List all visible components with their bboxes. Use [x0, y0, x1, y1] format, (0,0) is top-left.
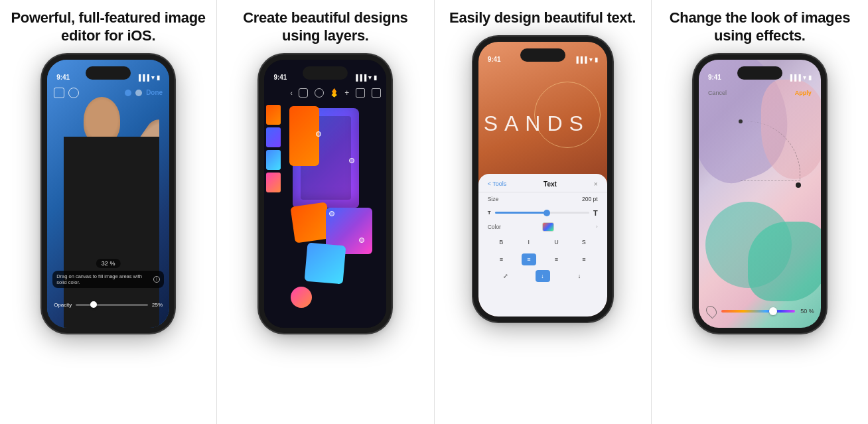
wifi-icon-2: ▾ [368, 74, 372, 81]
panel4-phone: 9:41 ▐▐▐ ▾ ▮ Cancel Apply [693, 54, 826, 333]
download-icon[interactable]: ↓ [536, 270, 550, 282]
effects-slider-track[interactable] [721, 310, 795, 313]
panel2-phone: 9:41 ▐▐▐ ▾ ▮ ‹ + [259, 54, 392, 333]
layer-thumb-3[interactable] [266, 150, 281, 170]
apply-button[interactable]: Apply [795, 90, 812, 96]
export-icon[interactable]: ↓ [572, 270, 587, 282]
hint-label: Drag on canvas to fill image areas with … [56, 273, 151, 285]
opacity-label: Opacity [54, 302, 72, 308]
layer-thumb-2[interactable] [266, 127, 281, 147]
effects-percent: 50 % [800, 308, 814, 315]
grid-icon[interactable] [54, 88, 64, 98]
hint-info-icon: i [153, 276, 160, 283]
droplet-icon [704, 303, 719, 318]
expand-icon[interactable]: ⤢ [498, 270, 513, 282]
layer-thumb-4[interactable] [266, 173, 281, 192]
slider-thumb[interactable] [543, 210, 550, 216]
letter-s-orange [289, 106, 319, 166]
panel3-phone: 9:41 ▐▐▐ ▾ ▮ SANDS < Tools Text [473, 36, 613, 322]
panel3-screen: 9:41 ▐▐▐ ▾ ▮ SANDS < Tools Text [478, 42, 607, 317]
size-slider-track[interactable] [495, 212, 589, 214]
add-icon[interactable]: + [344, 88, 349, 98]
grid-icon-2[interactable] [299, 88, 308, 98]
color-dot-blue[interactable] [125, 90, 131, 96]
text-options-panel: < Tools Text × Size 200 pt T [478, 174, 607, 317]
person-container [64, 84, 159, 328]
effects-slider-thumb[interactable] [769, 307, 777, 315]
align-left-button[interactable]: ≡ [494, 253, 508, 265]
status-icons-3: ▐▐▐ ▾ ▮ [574, 56, 597, 63]
battery-icon-2: ▮ [374, 74, 377, 81]
battery-icon-4: ▮ [808, 74, 812, 81]
shape-blue [305, 242, 346, 284]
panel2-title: Create beautiful designs using layers. [224, 9, 427, 45]
italic-button[interactable]: I [522, 236, 536, 248]
close-button[interactable]: × [594, 180, 598, 188]
phone-notch-2 [303, 66, 348, 80]
layers-icon[interactable] [356, 88, 365, 98]
panel2-phone-wrapper: 9:41 ▐▐▐ ▾ ▮ ‹ + [252, 54, 398, 424]
control-point-2[interactable] [796, 182, 801, 188]
back-button[interactable]: < Tools [488, 180, 507, 187]
effects-slider-row: 50 % [699, 295, 821, 328]
panel1-title: Powerful, full-featured image editor for… [7, 9, 210, 45]
opacity-thumb[interactable] [90, 301, 97, 308]
align-center-button[interactable]: ≡ [522, 253, 536, 265]
align-right-button[interactable]: ≡ [549, 253, 563, 265]
opacity-percent: 25% [152, 302, 163, 308]
opacity-track[interactable] [76, 304, 148, 306]
size-value: 200 pt [582, 196, 598, 202]
status-icons-4: ▐▐▐ ▾ ▮ [788, 74, 812, 81]
opacity-badge: 32 % [96, 259, 121, 268]
cancel-button[interactable]: Cancel [708, 90, 727, 96]
format-row: B I U S [478, 234, 607, 251]
screen3-bg: 9:41 ▐▐▐ ▾ ▮ SANDS < Tools Text [478, 42, 607, 317]
bold-button[interactable]: B [494, 236, 508, 248]
battery-icon-3: ▮ [595, 56, 598, 63]
color-swatch[interactable] [542, 222, 554, 232]
color-row: Color › [478, 220, 607, 234]
chevron-icon: › [596, 224, 598, 230]
teal-shape [748, 222, 821, 301]
align-justify-button[interactable]: ≡ [577, 253, 591, 265]
size-small-t: T [488, 210, 491, 216]
hint-text: Drag on canvas to fill image areas with … [52, 271, 164, 288]
strikethrough-button[interactable]: S [577, 236, 591, 248]
color-dot-grey[interactable] [135, 90, 142, 96]
layer-thumb-1[interactable] [266, 105, 281, 125]
sands-text: SANDS [484, 111, 590, 136]
3d-letters-graphic [283, 105, 386, 328]
share-icon[interactable] [372, 88, 381, 98]
panel-effects: Change the look of images using effects.… [652, 0, 868, 424]
toolbar-right-icons: Done [125, 89, 163, 96]
wifi-icon: ▾ [151, 74, 155, 81]
wifi-icon-3: ▾ [589, 56, 593, 63]
status-icons-2: ▐▐▐ ▾ ▮ [354, 74, 377, 81]
panel4-phone-wrapper: 9:41 ▐▐▐ ▾ ▮ Cancel Apply [687, 54, 833, 424]
blob-pink [291, 287, 312, 308]
status-time-2: 9:41 [273, 74, 287, 81]
panel-photo-editor: Powerful, full-featured image editor for… [0, 0, 217, 424]
size-large-T: T [593, 209, 598, 217]
screen4-toolbar: Cancel Apply [699, 84, 821, 102]
panel-header: < Tools Text × [478, 174, 607, 192]
screen1-toolbar: Done [47, 84, 169, 102]
signal-icon-3: ▐▐▐ [574, 56, 587, 63]
size-row: Size 200 pt [478, 192, 607, 206]
screen2-bg: 9:41 ▐▐▐ ▾ ▮ ‹ + [264, 60, 386, 328]
flame-icon[interactable] [330, 88, 338, 98]
extra-options-row: ⤢ ↓ ↓ [478, 268, 607, 284]
panel-title: Text [543, 180, 557, 188]
color-label: Color [488, 224, 501, 230]
panel3-phone-wrapper: 9:41 ▐▐▐ ▾ ▮ SANDS < Tools Text [470, 36, 616, 424]
slider-fill [495, 212, 547, 214]
panel3-title: Easily design beautiful text. [449, 9, 636, 27]
done-button[interactable]: Done [146, 89, 163, 96]
face-icon-2[interactable] [315, 88, 324, 98]
underline-button[interactable]: U [549, 236, 563, 248]
back-chevron-2[interactable]: ‹ [290, 89, 293, 97]
panel4-screen: 9:41 ▐▐▐ ▾ ▮ Cancel Apply [699, 60, 821, 328]
status-icons-1: ▐▐▐ ▾ ▮ [137, 74, 160, 81]
face-icon[interactable] [68, 88, 79, 98]
size-label: Size [488, 196, 499, 202]
